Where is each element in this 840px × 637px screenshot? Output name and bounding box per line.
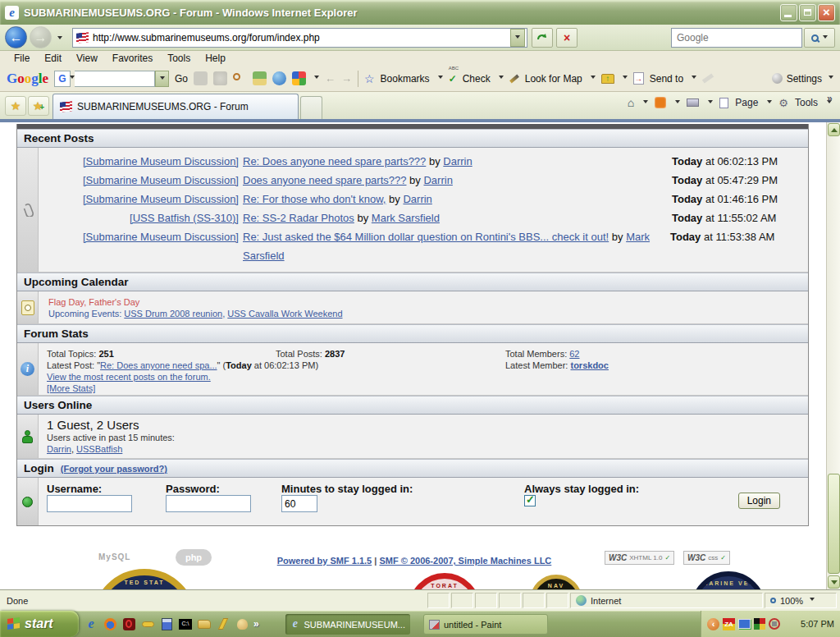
quicklaunch-cmd-icon[interactable]: C:\ [178,616,193,631]
back-button[interactable]: ← [5,26,27,48]
new-tab-button[interactable] [300,96,322,119]
search-button[interactable] [804,28,835,48]
network-icon[interactable] [738,619,751,629]
print-icon[interactable] [687,99,699,107]
minimize-button[interactable] [780,4,797,21]
search-input[interactable] [677,32,797,44]
taskbar-window-ie[interactable]: e SUBMARINEMUSEUM... [285,614,410,635]
window-titlebar[interactable]: e SUBMARINEMUSEUMS.ORG - Forum - Windows… [0,0,840,25]
bookmarks-button[interactable]: Bookmarks [381,73,430,85]
search-box[interactable] [671,28,802,48]
board-link[interactable]: [USS Batfish (SS-310)] [130,212,239,224]
tools-button[interactable]: Tools [795,97,818,108]
quicklaunch-pet-icon[interactable] [235,616,249,631]
board-link[interactable]: [Submarine Museum Discussion] [83,231,239,243]
page-button[interactable]: Page [735,97,758,108]
menu-view[interactable]: View [69,53,105,64]
tab-submarinemuseums[interactable]: SUBMARINEMUSEUMS.ORG - Forum [52,94,299,119]
event-link[interactable]: USS Cavalla Work Weekend [227,309,342,318]
look-for-map-button[interactable]: Look for Map [525,73,582,85]
start-button[interactable]: start [0,611,79,637]
taskbar-window-paint[interactable]: untitled - Paint [423,614,548,635]
author-link[interactable]: Darrin [443,155,472,167]
address-field[interactable]: http://www.submarinemuseums.org/forum/in… [72,28,527,48]
topic-link[interactable]: Does anyone need spare parts??? [243,174,406,186]
topic-link[interactable]: Re: Just asked the $64 Million dollar qu… [243,231,609,243]
quicklaunch-firefox-icon[interactable] [103,616,117,631]
tray-collapse-chevron[interactable]: ‹ [707,618,719,630]
close-button[interactable]: × [818,4,835,21]
password-field[interactable] [166,495,251,512]
topic-link[interactable]: Re: SS-2 Radar Photos [243,212,354,224]
latest-post-link[interactable]: Re: Does anyone need spa... [100,360,217,370]
quicklaunch-ie-icon[interactable]: e [84,616,98,631]
holiday-text[interactable]: Flag Day, Father's Day [48,296,808,308]
highlighter-icon[interactable] [702,73,714,83]
topic-link[interactable]: Re: Does anyone need spare parts??? [243,155,426,167]
go-button[interactable]: Go [175,73,188,85]
stop-button[interactable]: × [556,28,578,48]
favorites-center-button[interactable]: ★ [5,96,26,116]
quicklaunch-bone-icon[interactable] [140,616,155,631]
event-link[interactable]: USS Drum 2008 reunion [124,309,222,318]
quicklaunch-opera-icon[interactable] [121,616,136,631]
address-dropdown-button[interactable] [510,29,525,47]
topic-link[interactable]: Re: For those who don't know, [243,193,386,205]
latest-member-link[interactable]: torskdoc [570,360,608,370]
vertical-scrollbar[interactable] [826,122,840,589]
author-link[interactable]: Darrin [423,174,452,186]
members-count-link[interactable]: 62 [569,349,579,359]
quicklaunch-calculator-icon[interactable] [159,616,174,631]
toolbar-overflow-chevron[interactable]: » [827,93,833,104]
restore-button[interactable] [799,4,816,21]
highlight-next-icon[interactable]: → [341,72,352,85]
board-link[interactable]: [Submarine Museum Discussion] [83,174,239,186]
check-button[interactable]: Check [463,73,491,85]
menu-file[interactable]: File [7,53,37,64]
w3c-css-badge[interactable]: W3Ccss✓ [683,551,730,565]
author-link[interactable]: Darrin [403,193,431,205]
w3c-xhtml-badge[interactable]: W3CXHTML 1.0✓ [605,551,674,565]
images-icon[interactable] [253,71,267,85]
always-logged-checkbox[interactable] [524,495,536,506]
forward-button[interactable]: → [30,26,52,48]
author-link[interactable]: Mark Sarsfield [372,212,440,224]
news-icon[interactable] [194,71,208,85]
earth-icon[interactable] [272,71,286,85]
quicklaunch-folder-icon[interactable] [197,616,212,631]
google-g-icon[interactable]: G [54,71,71,87]
autofill-icon[interactable]: ↑ [601,74,614,84]
zoom-panel[interactable]: 100% [765,593,837,608]
smf-license-link[interactable]: SMF © 2006-2007, Simple Machines LLC [379,556,551,566]
quicklaunch-overflow-chevron[interactable]: » [253,618,259,630]
volume-muted-icon[interactable] [769,618,780,630]
scroll-down-button[interactable] [828,575,840,589]
google-toolbar-input[interactable] [75,71,155,87]
google-input-dropdown[interactable] [155,71,169,87]
menu-edit[interactable]: Edit [37,53,69,64]
user-link[interactable]: Darrin [47,444,71,454]
menu-help[interactable]: Help [198,53,233,64]
login-button[interactable]: Login [738,493,780,509]
refresh-button[interactable] [532,28,553,48]
quicklaunch-lightning-icon[interactable] [216,616,231,631]
board-link[interactable]: [Submarine Museum Discussion] [83,193,239,205]
user-link[interactable]: USSBatfish [76,444,122,454]
google-search-combo[interactable]: G [54,71,169,87]
powered-by-smf-link[interactable]: Powered by SMF 1.1.5 [277,556,372,566]
menu-favorites[interactable]: Favorites [105,53,160,64]
view-recent-posts-link[interactable]: View the most recent posts on the forum. [47,372,211,382]
traffic-meter-icon[interactable] [754,618,765,630]
scrollbar-thumb[interactable] [828,474,840,574]
search-site-icon[interactable] [233,71,247,85]
more-tools-icon[interactable] [292,71,306,85]
rss-feed-icon[interactable] [655,97,666,108]
pagerank-icon[interactable] [213,71,227,85]
history-dropdown-icon[interactable] [57,36,62,42]
more-stats-link[interactable]: [More Stats] [47,383,95,393]
settings-button[interactable]: Settings [772,73,833,85]
add-favorite-button[interactable]: ★+ [28,96,49,116]
send-to-button[interactable]: Send to [650,73,683,85]
minutes-field[interactable] [281,495,317,512]
board-link[interactable]: [Submarine Museum Discussion] [83,155,239,167]
